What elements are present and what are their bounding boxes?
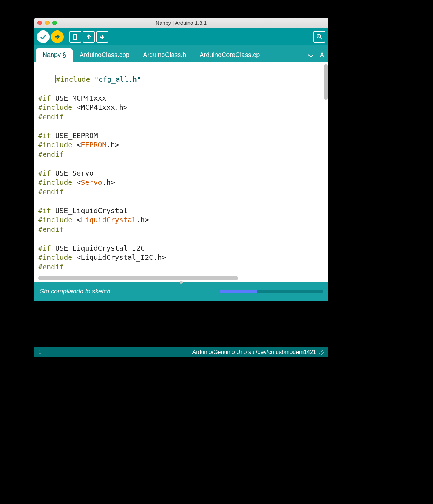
tab-bar: Nanpy §ArduinoClass.cppArduinoClass.hArd… bbox=[34, 45, 328, 62]
tab-label: ArduinoClass.h bbox=[143, 51, 186, 58]
code-token: .h> bbox=[106, 141, 119, 149]
app-window: Nanpy | Arduino 1.8.1 Nanpy §ArduinoClas… bbox=[34, 18, 328, 357]
toolbar bbox=[34, 28, 328, 45]
code-token: #include bbox=[38, 103, 72, 111]
code-token: EEPROM bbox=[81, 141, 106, 149]
titlebar: Nanpy | Arduino 1.8.1 bbox=[34, 18, 328, 28]
chevron-down-icon bbox=[308, 54, 314, 58]
horizontal-scrollbar-track bbox=[34, 275, 328, 282]
code-token: #if bbox=[38, 169, 51, 177]
code-token: #include bbox=[38, 141, 72, 149]
line-number: 1 bbox=[38, 349, 41, 355]
code-token: #if bbox=[38, 206, 51, 215]
code-token: #include bbox=[38, 216, 72, 224]
horizontal-scrollbar[interactable] bbox=[38, 276, 238, 280]
code-token: #include bbox=[56, 75, 90, 84]
code-token: < bbox=[72, 141, 81, 149]
verify-button[interactable] bbox=[37, 30, 50, 43]
resize-grip-icon[interactable] bbox=[319, 350, 324, 355]
code-token: "cfg_all.h" bbox=[94, 75, 141, 84]
code-token: USE_LiquidCrystal_I2C bbox=[51, 244, 145, 252]
code-token: #if bbox=[38, 244, 51, 252]
status-bar: Sto compilando lo sketch... bbox=[34, 282, 328, 301]
tab-label: Nanpy § bbox=[42, 51, 66, 58]
new-button[interactable] bbox=[69, 31, 81, 43]
code-token: <LiquidCrystal_I2C.h> bbox=[72, 253, 166, 262]
code-token: Servo bbox=[81, 178, 102, 187]
code-token: #endif bbox=[38, 150, 64, 159]
arrow-down-icon bbox=[99, 34, 105, 40]
open-button[interactable] bbox=[83, 31, 95, 43]
code-token bbox=[90, 75, 94, 84]
vertical-scrollbar[interactable] bbox=[324, 64, 328, 100]
code-token: #endif bbox=[38, 225, 64, 234]
code-token: #include bbox=[38, 178, 72, 187]
serial-monitor-button[interactable] bbox=[313, 31, 325, 43]
tab-overflow-button[interactable] bbox=[304, 49, 318, 62]
code-token: USE_Servo bbox=[51, 169, 93, 177]
arrow-right-icon bbox=[54, 33, 61, 40]
console-output[interactable] bbox=[34, 301, 328, 347]
code-token: #endif bbox=[38, 188, 64, 196]
upload-button[interactable] bbox=[51, 30, 64, 43]
tab-arduinocoreclass-cp[interactable]: ArduinoCoreClass.cp bbox=[193, 48, 266, 62]
code-token: #include bbox=[38, 253, 72, 262]
tab-truncated-hint: A bbox=[318, 48, 326, 62]
code-token: LiquidCrystal bbox=[81, 216, 136, 224]
magnifier-icon bbox=[316, 33, 323, 40]
resize-handle-icon[interactable] bbox=[180, 281, 183, 284]
tab-nanpy-[interactable]: Nanpy § bbox=[36, 48, 73, 62]
code-token: USE_EEPROM bbox=[51, 131, 98, 140]
code-token: #endif bbox=[38, 263, 64, 271]
window-title: Nanpy | Arduino 1.8.1 bbox=[34, 20, 328, 26]
code-token: #if bbox=[38, 131, 51, 140]
code-token: #if bbox=[38, 94, 51, 102]
check-icon bbox=[40, 33, 47, 40]
tab-arduinoclass-cpp[interactable]: ArduinoClass.cpp bbox=[73, 48, 136, 62]
code-editor[interactable]: #include "cfg_all.h" #if USE_MCP41xxx #i… bbox=[34, 62, 328, 275]
file-icon bbox=[72, 34, 79, 40]
code-token: < bbox=[72, 216, 81, 224]
code-token: < bbox=[72, 178, 81, 187]
code-token: <MCP41xxx.h> bbox=[72, 103, 128, 111]
code-token: .h> bbox=[136, 216, 149, 224]
tab-arduinoclass-h[interactable]: ArduinoClass.h bbox=[137, 48, 192, 62]
code-token: USE_LiquidCrystal bbox=[51, 206, 128, 215]
code-token: USE_MCP41xxx bbox=[51, 94, 106, 102]
tab-label: ArduinoClass.cpp bbox=[80, 51, 129, 58]
footer-bar: 1 Arduino/Genuino Uno su /dev/cu.usbmode… bbox=[34, 347, 328, 357]
arrow-up-icon bbox=[86, 34, 92, 40]
svg-point-2 bbox=[318, 36, 319, 37]
code-token: #endif bbox=[38, 113, 64, 121]
tab-label: ArduinoCoreClass.cp bbox=[200, 51, 260, 58]
progress-bar-fill bbox=[220, 290, 257, 293]
progress-bar-track bbox=[220, 290, 323, 293]
board-info: Arduino/Genuino Uno su /dev/cu.usbmodem1… bbox=[192, 349, 316, 355]
save-button[interactable] bbox=[96, 31, 108, 43]
status-message: Sto compilando lo sketch... bbox=[40, 288, 116, 295]
code-token: .h> bbox=[102, 178, 115, 187]
